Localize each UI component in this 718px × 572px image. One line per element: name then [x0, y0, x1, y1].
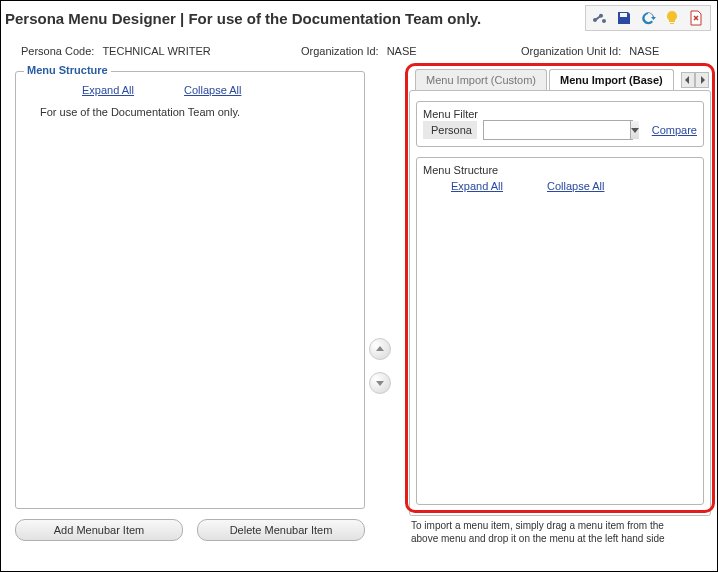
persona-combo[interactable]: [483, 120, 633, 140]
hint-line-2: above menu and drop it on the menu at th…: [411, 533, 709, 546]
relations-icon[interactable]: [588, 8, 612, 28]
tab-nav: [681, 72, 709, 88]
tree-root-item[interactable]: For use of the Documentation Team only.: [22, 102, 358, 120]
mid-scroll-column: [365, 67, 395, 545]
add-menubar-item-button[interactable]: Add Menubar Item: [15, 519, 183, 541]
left-column: Menu Structure Expand All Collapse All F…: [15, 67, 365, 545]
header-row: Persona Menu Designer | For use of the D…: [1, 1, 717, 37]
save-icon[interactable]: [612, 8, 636, 28]
filter-row: Persona Compare: [423, 120, 697, 140]
tab-scroll-right[interactable]: [695, 72, 709, 88]
left-menu-structure-legend: Menu Structure: [24, 64, 111, 76]
persona-code-value: TECHNICAL WRITER: [102, 45, 210, 57]
collapse-all-link-right[interactable]: Collapse All: [547, 180, 604, 192]
persona-code-label: Persona Code:: [21, 45, 94, 57]
left-tree-actions: Expand All Collapse All: [22, 78, 358, 102]
app-window: Persona Menu Designer | For use of the D…: [0, 0, 718, 572]
persona-combo-dropdown-button[interactable]: [630, 121, 639, 139]
hint-lightbulb-icon[interactable]: [660, 8, 684, 28]
delete-menubar-item-button[interactable]: Delete Menubar Item: [197, 519, 365, 541]
hint-line-1: To import a menu item, simply drag a men…: [411, 520, 709, 533]
org-id-field: Organization Id: NASE: [301, 45, 521, 57]
tab-scroll-left[interactable]: [681, 72, 695, 88]
button-row: Add Menubar Item Delete Menubar Item: [15, 519, 365, 541]
persona-filter-label: Persona: [423, 121, 477, 139]
compare-link[interactable]: Compare: [652, 124, 697, 136]
right-column: Menu Import (Custom) Menu Import (Base) …: [409, 67, 711, 545]
right-tree-actions: Expand All Collapse All: [423, 176, 697, 196]
menu-filter-fieldset: Menu Filter Persona Compare: [416, 101, 704, 147]
org-unit-id-field: Organization Unit Id: NASE: [521, 45, 659, 57]
scroll-down-button[interactable]: [369, 372, 391, 394]
tab-menu-import-base[interactable]: Menu Import (Base): [549, 69, 674, 90]
right-panel-body: Menu Filter Persona Compare Menu Stru: [409, 90, 711, 516]
right-menu-structure-fieldset: Menu Structure Expand All Collapse All: [416, 157, 704, 505]
main-row: Menu Structure Expand All Collapse All F…: [1, 63, 717, 545]
left-menu-structure-fieldset: Menu Structure Expand All Collapse All F…: [15, 71, 365, 509]
expand-all-link-right[interactable]: Expand All: [451, 180, 503, 192]
tabs-row: Menu Import (Custom) Menu Import (Base): [409, 67, 711, 90]
collapse-all-link-left[interactable]: Collapse All: [184, 84, 241, 96]
right-menu-structure-legend: Menu Structure: [423, 164, 697, 176]
scroll-up-button[interactable]: [369, 338, 391, 360]
refresh-icon[interactable]: [636, 8, 660, 28]
page-title: Persona Menu Designer | For use of the D…: [5, 10, 481, 27]
menu-filter-legend: Menu Filter: [423, 108, 697, 120]
org-unit-id-label: Organization Unit Id:: [521, 45, 621, 57]
expand-all-link-left[interactable]: Expand All: [82, 84, 134, 96]
toolbar: [585, 5, 711, 31]
org-unit-id-value: NASE: [629, 45, 659, 57]
delete-doc-icon[interactable]: [684, 8, 708, 28]
import-hint-text: To import a menu item, simply drag a men…: [409, 516, 711, 545]
org-id-value: NASE: [387, 45, 417, 57]
info-row: Persona Code: TECHNICAL WRITER Organizat…: [1, 37, 717, 63]
tab-menu-import-custom[interactable]: Menu Import (Custom): [415, 69, 547, 90]
persona-code-field: Persona Code: TECHNICAL WRITER: [21, 45, 301, 57]
org-id-label: Organization Id:: [301, 45, 379, 57]
persona-combo-input[interactable]: [484, 121, 630, 139]
